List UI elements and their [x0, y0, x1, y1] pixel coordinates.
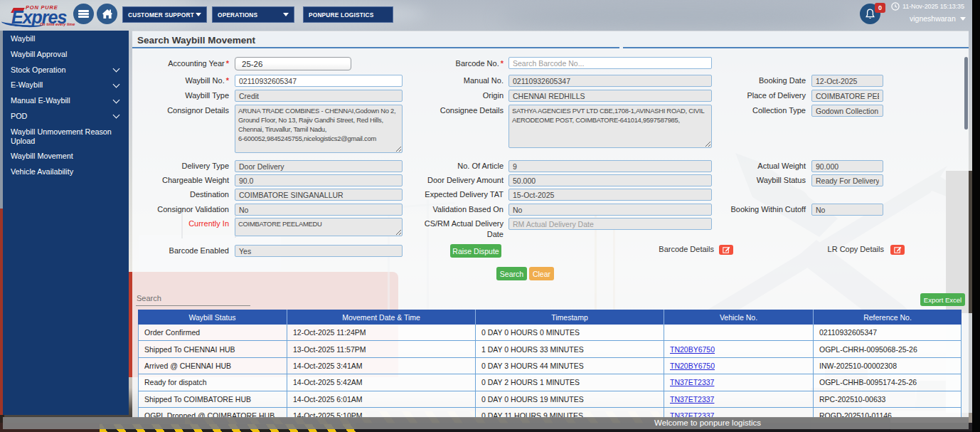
- waybill-type-label: Waybill Type: [137, 90, 229, 101]
- cell-timestamp: 0 DAY 0 HOURS 0 MINUTES: [476, 325, 664, 340]
- currently-in-textarea[interactable]: COIMBATORE PEELAMEDU: [235, 218, 403, 236]
- booking-within-cutoff-input[interactable]: [811, 204, 883, 216]
- sidebar-item[interactable]: Vehicle Availability: [3, 164, 129, 180]
- sidebar-item[interactable]: POD: [3, 108, 129, 124]
- no-of-article-label: No. Of Article: [347, 161, 504, 172]
- home-button[interactable]: [97, 4, 117, 24]
- collection-type-label: Collection Type: [649, 105, 806, 116]
- table-header-reference-no[interactable]: Reference No.: [814, 310, 962, 325]
- cell-vehicle-no: TN37ET2337: [664, 391, 814, 407]
- lr-copy-details-button[interactable]: [890, 245, 905, 255]
- vertical-scrollbar-thumb[interactable]: [964, 57, 968, 130]
- validation-based-on-label: Validation Based On: [347, 204, 504, 215]
- manual-no-label: Manual No.: [347, 75, 504, 86]
- table-header-timestamp[interactable]: Timestamp: [476, 310, 664, 325]
- cell-vehicle-no: TN20BY6750: [664, 341, 814, 357]
- place-of-delivery-label: Place of Delivery: [649, 90, 806, 101]
- clear-button[interactable]: Clear: [529, 267, 554, 280]
- required-asterisk: *: [501, 59, 504, 68]
- nav-menu-label: OPERATIONS: [218, 11, 257, 19]
- table-header-movement-datetime[interactable]: Movement Date & Time: [287, 310, 476, 325]
- cell-waybill-status: Order Confirmed: [138, 325, 287, 340]
- cell-vehicle-no: [664, 325, 814, 340]
- waybill-status-label: Waybill Status: [649, 175, 806, 186]
- barcode-details-label: Barcode Details: [657, 245, 714, 253]
- nav-menu-button[interactable]: OPERATIONS: [212, 6, 294, 23]
- cell-timestamp: 0 DAY 2 HOURS 1 MINUTES: [476, 374, 664, 390]
- chevron-down-icon: [283, 13, 289, 16]
- vehicle-no-link[interactable]: TN37ET2337: [670, 378, 714, 386]
- sidebar-item[interactable]: Manual E-Waybill: [3, 93, 129, 109]
- sidebar-item[interactable]: E-Waybill: [3, 78, 129, 93]
- waybill-no-label: Waybill No.*: [137, 75, 229, 86]
- door-delivery-amount-label: Door Delivery Amount: [347, 175, 504, 186]
- sidebar-item[interactable]: Waybill Unmovement Reason Upload: [3, 124, 129, 149]
- home-icon: [102, 9, 113, 19]
- expected-delivery-tat-input[interactable]: [508, 189, 712, 201]
- collection-type-input[interactable]: [811, 105, 883, 117]
- accounting-year-select[interactable]: [235, 57, 351, 70]
- table-search-input[interactable]: [136, 291, 250, 306]
- required-asterisk: *: [226, 76, 229, 85]
- raise-dispute-button[interactable]: Raise Dispute: [450, 244, 501, 258]
- nav-menu-label: PONPURE LOGISTICS: [309, 11, 373, 19]
- cell-reference-no: OGPL-CHRH-0095068-25-26: [814, 341, 962, 357]
- clock-icon: [891, 2, 900, 11]
- nav-menu-button[interactable]: PONPURE LOGISTICS: [303, 6, 393, 23]
- actual-weight-label: Actual Weight: [649, 161, 806, 172]
- cell-movement-datetime: 13-Oct-2025 11:57PM: [287, 341, 476, 357]
- sidebar-item[interactable]: Waybill Approval: [3, 47, 129, 63]
- chevron-down-icon: [113, 65, 120, 73]
- user-menu[interactable]: vigneshwaran: [910, 14, 966, 23]
- bell-icon: [865, 9, 875, 20]
- consignor-details-label: Consignor Details: [137, 105, 229, 116]
- edit-icon: [894, 246, 902, 253]
- table-header-waybill-status[interactable]: Waybill Status: [138, 310, 287, 325]
- chevron-down-icon: [113, 112, 120, 119]
- table-row: Arrived @ CHENNAI HUB 14-Oct-2025 3:41AM…: [138, 358, 962, 374]
- table-row: Shipped To CHENNAI HUB 13-Oct-2025 11:57…: [138, 341, 962, 357]
- chargeable-weight-label: Chargeable Weight: [137, 175, 229, 186]
- nav-menu-label: CUSTOMER SUPPORT: [128, 11, 194, 19]
- sidebar-navigation: Waybill Waybill Approval Stock Operation…: [3, 31, 129, 415]
- delivery-type-label: Delivery Type: [137, 161, 229, 172]
- page-title-bar: Search Waybill Movement: [132, 32, 969, 48]
- cell-movement-datetime: 14-Oct-2025 6:01AM: [287, 391, 476, 407]
- booking-within-cutoff-label: Booking Within Cutoff: [649, 204, 806, 215]
- cell-reference-no: ROGD-202510-01146: [814, 408, 962, 418]
- barcode-enabled-input[interactable]: [235, 245, 403, 257]
- cell-timestamp: 0 DAY 0 HOURS 19 MINUTES: [476, 391, 664, 407]
- table-header-vehicle-no[interactable]: Vehicle No.: [664, 310, 814, 325]
- chevron-down-icon: [113, 80, 120, 88]
- export-excel-button[interactable]: Export Excel: [920, 293, 965, 306]
- sidebar-item[interactable]: Stock Operation: [3, 62, 129, 78]
- barcode-details-button[interactable]: [719, 245, 733, 255]
- sidebar-item[interactable]: Waybill: [3, 31, 129, 47]
- actual-weight-input[interactable]: [811, 160, 883, 172]
- barcode-no-label: Barcode No.*: [347, 58, 504, 69]
- application-window: PON PURE Expres On time every time CUSTO…: [0, 0, 980, 432]
- welcome-message: Welcome to ponpure logistics: [654, 418, 761, 427]
- barcode-no-input[interactable]: [508, 57, 712, 69]
- notifications-count-badge[interactable]: 0: [875, 3, 885, 13]
- cell-waybill-status: Shipped To COIMBATORE HUB: [138, 391, 287, 407]
- cell-movement-datetime: 14-Oct-2025 5:42AM: [287, 374, 476, 390]
- nav-menu-button[interactable]: CUSTOMER SUPPORT: [122, 6, 207, 23]
- place-of-delivery-input[interactable]: [811, 90, 883, 102]
- screen-edge: [972, 0, 980, 432]
- search-button[interactable]: Search: [496, 267, 527, 280]
- cell-waybill-status: Ready for dispatch: [138, 374, 287, 390]
- cell-movement-datetime: 14-Oct-2025 3:41AM: [287, 358, 476, 374]
- table-row: OGPL Dropped @ COIMBATORE HUB 14-Oct-202…: [138, 408, 962, 418]
- booking-date-input[interactable]: [811, 75, 883, 87]
- vehicle-no-link[interactable]: TN20BY6750: [670, 345, 715, 354]
- sidebar-item[interactable]: Waybill Movement: [3, 149, 129, 164]
- csrm-actual-delivery-date-input[interactable]: [508, 218, 712, 230]
- menu-toggle-button[interactable]: [73, 4, 94, 24]
- waybill-status-input[interactable]: [811, 174, 883, 186]
- main-content-panel: Search Waybill Movement Accounting Year*…: [132, 31, 969, 418]
- waybill-movement-table: Waybill Status Movement Date & Time Time…: [138, 310, 962, 418]
- vehicle-no-link[interactable]: TN37ET2337: [670, 395, 714, 404]
- vehicle-no-link[interactable]: TN20BY6750: [670, 362, 715, 370]
- consignee-details-label: Consignee Details: [347, 105, 504, 116]
